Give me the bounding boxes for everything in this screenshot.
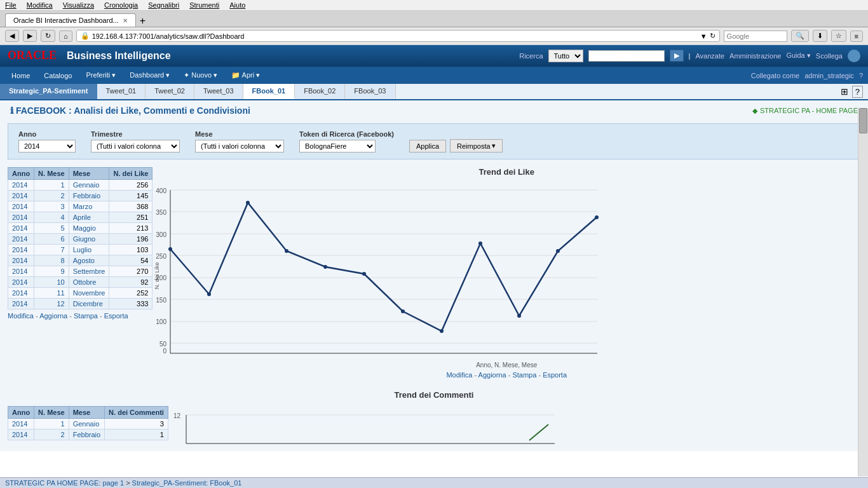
stampa-like-chart-link[interactable]: Stampa bbox=[512, 371, 536, 379]
home-page-link[interactable]: STRATEGIC PA - HOME PAGE bbox=[752, 107, 858, 115]
like-row-mese[interactable]: Luglio bbox=[69, 245, 109, 255]
aggiorna-like-chart-link[interactable]: Aggiorna bbox=[478, 371, 506, 379]
like-row-anno[interactable]: 2014 bbox=[8, 245, 34, 255]
like-row-mese[interactable]: Giugno bbox=[69, 234, 109, 245]
like-row-mese[interactable]: Marzo bbox=[69, 201, 109, 212]
comment-row-n-mese[interactable]: 1 bbox=[34, 419, 69, 430]
address-bar[interactable]: 🔒 ▼ ↻ bbox=[76, 30, 720, 42]
search-go-button[interactable]: 🔍 bbox=[791, 30, 809, 42]
download-button[interactable]: ⬇ bbox=[813, 30, 827, 42]
like-row-n-mese[interactable]: 8 bbox=[34, 255, 69, 266]
scrollbar[interactable] bbox=[858, 108, 868, 451]
reset-button[interactable]: Reimposta ▾ bbox=[450, 139, 503, 152]
url-input[interactable] bbox=[92, 32, 698, 40]
home-button[interactable]: ⌂ bbox=[59, 30, 72, 42]
reload-small-icon[interactable]: ↻ bbox=[710, 32, 715, 40]
guida-link[interactable]: Guida ▾ bbox=[786, 51, 810, 60]
search-text-input[interactable] bbox=[588, 50, 665, 62]
tab-tweet01[interactable]: Tweet_01 bbox=[97, 84, 146, 99]
comment-row-n-mese[interactable]: 2 bbox=[34, 430, 69, 440]
menu-cronologia[interactable]: Cronologia bbox=[104, 1, 138, 9]
nav-home[interactable]: Home bbox=[5, 70, 36, 81]
tab-tweet02[interactable]: Tweet_02 bbox=[146, 84, 194, 99]
menu-visualizza[interactable]: Visualizza bbox=[63, 1, 94, 9]
new-tab-button[interactable]: + bbox=[137, 15, 148, 27]
like-row-mese[interactable]: Ottobre bbox=[69, 277, 109, 288]
comment-row-anno[interactable]: 2014 bbox=[8, 430, 34, 440]
like-row-n-mese[interactable]: 4 bbox=[34, 212, 69, 223]
close-tab-icon[interactable]: ✕ bbox=[123, 17, 128, 24]
like-row-anno[interactable]: 2014 bbox=[8, 234, 34, 245]
tab-help-icon[interactable]: ? bbox=[852, 86, 863, 98]
dashboard-name-tab[interactable]: Strategic_PA-Sentiment bbox=[0, 84, 97, 99]
menu-strumenti[interactable]: Strumenti bbox=[189, 1, 219, 9]
stampa-like-table-link[interactable]: Stampa bbox=[74, 312, 98, 320]
like-row-anno[interactable]: 2014 bbox=[8, 180, 34, 191]
like-row-mese[interactable]: Settembre bbox=[69, 266, 109, 277]
avanzate-link[interactable]: Avanzate bbox=[695, 52, 724, 60]
scrollbar-thumb[interactable] bbox=[859, 108, 867, 133]
scollega-link[interactable]: Scollega bbox=[816, 52, 843, 60]
like-row-mese[interactable]: Novembre bbox=[69, 288, 109, 299]
modifica-like-table-link[interactable]: Modifica bbox=[8, 312, 34, 320]
esporta-like-table-link[interactable]: Esporta bbox=[104, 312, 128, 320]
dropdown-icon[interactable]: ▼ bbox=[700, 32, 707, 40]
like-row-n-mese[interactable]: 1 bbox=[34, 180, 69, 191]
tab-fbook03[interactable]: FBook_03 bbox=[345, 84, 395, 99]
like-row-mese[interactable]: Aprile bbox=[69, 212, 109, 223]
back-button[interactable]: ◀ bbox=[5, 30, 19, 42]
like-row-mese[interactable]: Dicembre bbox=[69, 299, 109, 309]
like-row-anno[interactable]: 2014 bbox=[8, 255, 34, 266]
like-row-n-mese[interactable]: 3 bbox=[34, 201, 69, 212]
comment-row-mese[interactable]: Febbraio bbox=[69, 430, 104, 440]
nav-dashboard[interactable]: Dashboard ▾ bbox=[123, 69, 176, 81]
nav-catalogo[interactable]: Catalogo bbox=[37, 70, 78, 81]
like-row-anno[interactable]: 2014 bbox=[8, 212, 34, 223]
amministrazione-link[interactable]: Amministrazione bbox=[729, 52, 781, 60]
comment-row-mese[interactable]: Gennaio bbox=[69, 419, 104, 430]
like-row-n-mese[interactable]: 10 bbox=[34, 277, 69, 288]
like-row-mese[interactable]: Maggio bbox=[69, 223, 109, 234]
tab-edit-icon[interactable]: ⊞ bbox=[841, 86, 848, 97]
like-row-n-mese[interactable]: 2 bbox=[34, 191, 69, 201]
browser-tab-active[interactable]: Oracle BI Interactive Dashboard... ✕ bbox=[5, 13, 136, 27]
like-row-n-mese[interactable]: 7 bbox=[34, 245, 69, 255]
google-search-input[interactable] bbox=[724, 30, 787, 42]
settings-button[interactable]: ≡ bbox=[850, 30, 863, 42]
like-row-n-mese[interactable]: 9 bbox=[34, 266, 69, 277]
tab-fbook01[interactable]: FBook_01 bbox=[243, 84, 295, 99]
forward-button[interactable]: ▶ bbox=[23, 30, 37, 42]
like-row-n-mese[interactable]: 12 bbox=[34, 299, 69, 309]
mese-select[interactable]: (Tutti i valori colonna bbox=[195, 140, 284, 152]
like-row-anno[interactable]: 2014 bbox=[8, 299, 34, 309]
comment-row-anno[interactable]: 2014 bbox=[8, 419, 34, 430]
like-row-mese[interactable]: Febbraio bbox=[69, 191, 109, 201]
search-scope-select[interactable]: Tutto bbox=[548, 50, 583, 62]
anno-select[interactable]: 2014 bbox=[18, 140, 76, 152]
like-row-anno[interactable]: 2014 bbox=[8, 266, 34, 277]
menu-segnalibri[interactable]: Segnalibri bbox=[148, 1, 179, 9]
esporta-like-chart-link[interactable]: Esporta bbox=[543, 371, 567, 379]
menu-modifica[interactable]: Modifica bbox=[27, 1, 53, 9]
like-row-mese[interactable]: Gennaio bbox=[69, 180, 109, 191]
like-row-anno[interactable]: 2014 bbox=[8, 277, 34, 288]
search-submit-button[interactable]: ▶ bbox=[670, 50, 684, 62]
reload-button[interactable]: ↻ bbox=[41, 30, 55, 42]
like-row-anno[interactable]: 2014 bbox=[8, 223, 34, 234]
help-icon[interactable]: ? bbox=[859, 72, 863, 79]
modifica-like-chart-link[interactable]: Modifica bbox=[446, 371, 472, 379]
tab-fbook02[interactable]: FBook_02 bbox=[295, 84, 345, 99]
token-select[interactable]: BolognaFiere bbox=[299, 140, 376, 152]
trimestre-select[interactable]: (Tutti i valori colonna bbox=[91, 140, 180, 152]
like-row-mese[interactable]: Agosto bbox=[69, 255, 109, 266]
apply-button[interactable]: Applica bbox=[409, 140, 446, 152]
like-row-anno[interactable]: 2014 bbox=[8, 288, 34, 299]
like-row-anno[interactable]: 2014 bbox=[8, 201, 34, 212]
menu-aiuto[interactable]: Aiuto bbox=[229, 1, 245, 9]
like-row-anno[interactable]: 2014 bbox=[8, 191, 34, 201]
nav-nuovo[interactable]: ✦ Nuovo ▾ bbox=[177, 69, 224, 81]
tab-tweet03[interactable]: Tweet_03 bbox=[194, 84, 243, 99]
facebook-title-link[interactable]: FACEBOOK : Analisi dei Like, Commenti e … bbox=[16, 105, 250, 116]
like-row-n-mese[interactable]: 6 bbox=[34, 234, 69, 245]
nav-apri[interactable]: 📁 Apri ▾ bbox=[225, 69, 266, 81]
